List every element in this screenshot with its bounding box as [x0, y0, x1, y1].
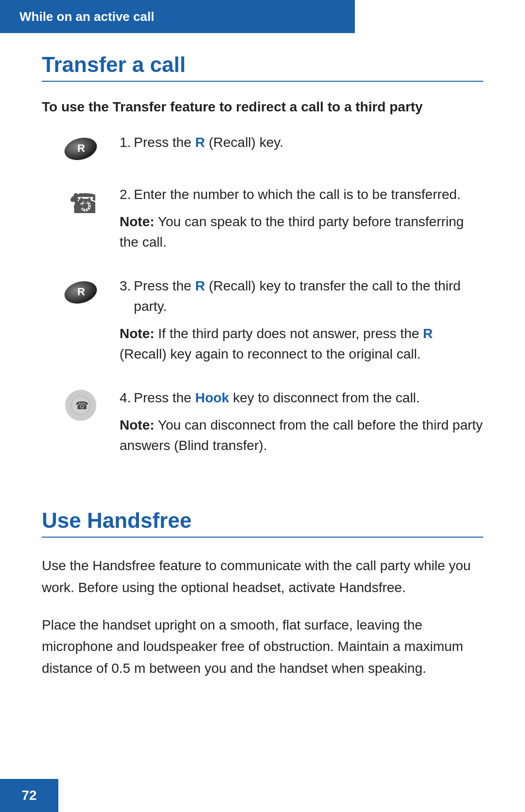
step-1-main: 1. Press the R (Recall) key. [120, 132, 483, 153]
step-1-text: 1. Press the R (Recall) key. [120, 132, 483, 153]
step-3-r-highlight-2: R [423, 326, 433, 341]
svg-point-7 [79, 199, 83, 203]
svg-point-6 [74, 199, 78, 203]
step-3-main: 3. Press the R (Recall) key to transfer … [120, 276, 483, 317]
svg-point-11 [84, 205, 88, 209]
step-4-note: Note: You can disconnect from the call b… [120, 415, 483, 456]
step-2-note: Note: You can speak to the third party b… [120, 212, 483, 253]
svg-point-10 [79, 205, 83, 209]
section1-subtitle: To use the Transfer feature to redirect … [42, 99, 483, 115]
step-2-row: ☎ 2. Enter the number to which the cal [42, 184, 483, 253]
step-3-r-highlight: R [195, 278, 205, 293]
step-1-row: R 1. Press the R (Recall) key. [42, 132, 483, 161]
header-bar: While on an active call [0, 0, 355, 33]
svg-point-3 [74, 193, 78, 197]
page-footer: 72 [0, 779, 58, 812]
section2-para1: Use the Handsfree feature to communicate… [42, 555, 483, 599]
step-2-icon: ☎ [42, 184, 120, 220]
step-4-text: 4. Press the Hook key to disconnect from… [120, 388, 483, 456]
page-number: 72 [21, 788, 36, 803]
hook-key-icon: ☎ [65, 390, 96, 421]
keypad-icon: ☎ [66, 186, 95, 220]
header-label: While on an active call [19, 9, 154, 24]
main-content: Transfer a call To use the Transfer feat… [0, 33, 525, 734]
svg-text:☎: ☎ [75, 399, 88, 412]
svg-text:R: R [77, 142, 85, 154]
svg-point-5 [84, 193, 88, 197]
step-4-row: ☎ 4. Press the Hook key to disconnect fr… [42, 388, 483, 456]
step-2-main: 2. Enter the number to which the call is… [120, 184, 483, 205]
svg-text:R: R [77, 286, 85, 298]
step-4-hook-highlight: Hook [195, 390, 229, 405]
step-2-text: 2. Enter the number to which the call is… [120, 184, 483, 253]
svg-point-4 [79, 193, 83, 197]
step-1-icon: R [42, 132, 120, 161]
step-4-main: 4. Press the Hook key to disconnect from… [120, 388, 483, 408]
step-3-text: 3. Press the R (Recall) key to transfer … [120, 276, 483, 364]
steps-container: R 1. Press the R (Recall) key. ☎ [42, 132, 483, 479]
section2-title: Use Handsfree [42, 508, 483, 538]
step-1-r-highlight: R [195, 135, 205, 150]
r-key-icon: R [63, 134, 99, 161]
hook-svg: ☎ [71, 396, 90, 415]
svg-point-9 [74, 205, 78, 209]
step-3-note: Note: If the third party does not answer… [120, 324, 483, 364]
section2-container: Use Handsfree Use the Handsfree feature … [42, 508, 483, 680]
svg-point-8 [84, 199, 88, 203]
r-key-icon-2: R [63, 278, 99, 305]
section1-title: Transfer a call [42, 53, 483, 82]
step-4-icon: ☎ [42, 388, 120, 421]
step-3-row: R 3. Press the R (Recall) key to transfe… [42, 276, 483, 364]
section2-para2: Place the handset upright on a smooth, f… [42, 614, 483, 680]
step-3-icon: R [42, 276, 120, 305]
svg-text:☎: ☎ [69, 188, 95, 219]
